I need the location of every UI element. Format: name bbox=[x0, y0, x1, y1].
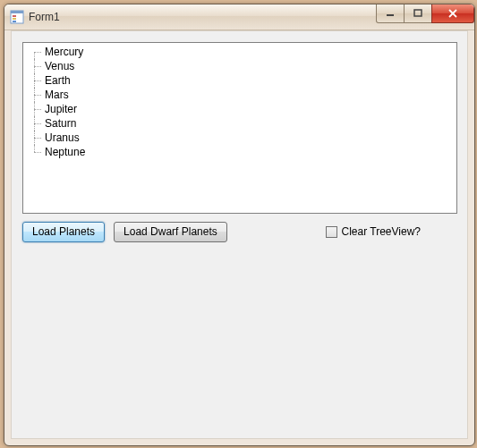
tree-connector bbox=[27, 73, 43, 88]
load-planets-button[interactable]: Load Planets bbox=[22, 222, 105, 242]
window-frame: Form1 Mercury Venus bbox=[4, 4, 475, 446]
svg-rect-6 bbox=[414, 10, 422, 16]
load-dwarf-planets-button[interactable]: Load Dwarf Planets bbox=[114, 222, 227, 242]
tree-connector bbox=[27, 116, 43, 131]
svg-rect-4 bbox=[13, 21, 16, 22]
window-title: Form1 bbox=[29, 11, 60, 23]
tree-node-label: Earth bbox=[43, 73, 72, 88]
tree-connector bbox=[27, 131, 43, 145]
tree-node-label: Mars bbox=[43, 88, 71, 102]
titlebar[interactable]: Form1 bbox=[4, 4, 474, 30]
tree-node[interactable]: Mercury bbox=[23, 45, 456, 59]
svg-rect-1 bbox=[11, 11, 23, 13]
tree-node[interactable]: Jupiter bbox=[23, 102, 456, 116]
svg-rect-2 bbox=[13, 15, 16, 17]
tree-node[interactable]: Mars bbox=[23, 88, 456, 102]
window-controls bbox=[377, 4, 474, 22]
tree-node-label: Uranus bbox=[43, 131, 81, 145]
tree-node-label: Neptune bbox=[43, 145, 87, 159]
checkbox-box[interactable] bbox=[326, 226, 337, 238]
tree-connector bbox=[27, 59, 43, 73]
tree-node[interactable]: Neptune bbox=[23, 145, 456, 159]
maximize-icon bbox=[413, 9, 422, 18]
tree-node-label: Saturn bbox=[43, 116, 78, 131]
minimize-button[interactable] bbox=[376, 4, 405, 23]
clear-treeview-checkbox[interactable]: Clear TreeView? bbox=[326, 225, 422, 238]
tree-node[interactable]: Uranus bbox=[23, 131, 456, 145]
checkbox-label: Clear TreeView? bbox=[342, 225, 422, 238]
maximize-button[interactable] bbox=[404, 4, 432, 23]
client-area: Mercury Venus Earth Mars Jupiter Saturn bbox=[11, 30, 468, 439]
tree-connector bbox=[27, 102, 43, 116]
tree-node-label: Mercury bbox=[43, 45, 85, 59]
tree-node[interactable]: Earth bbox=[23, 73, 456, 88]
treeview[interactable]: Mercury Venus Earth Mars Jupiter Saturn bbox=[22, 42, 457, 214]
tree-connector bbox=[27, 45, 43, 59]
svg-rect-5 bbox=[387, 14, 394, 16]
tree-node-label: Jupiter bbox=[43, 102, 79, 116]
minimize-icon bbox=[386, 9, 395, 18]
close-button[interactable] bbox=[431, 4, 474, 23]
button-row: Load Planets Load Dwarf Planets Clear Tr… bbox=[22, 221, 456, 242]
app-icon bbox=[10, 10, 24, 24]
tree-node-label: Venus bbox=[43, 59, 76, 73]
tree-node[interactable]: Venus bbox=[23, 59, 456, 73]
tree-connector bbox=[27, 145, 43, 159]
close-icon bbox=[447, 9, 458, 18]
tree-node[interactable]: Saturn bbox=[23, 116, 456, 131]
tree-connector bbox=[27, 88, 43, 102]
svg-rect-3 bbox=[13, 18, 16, 20]
